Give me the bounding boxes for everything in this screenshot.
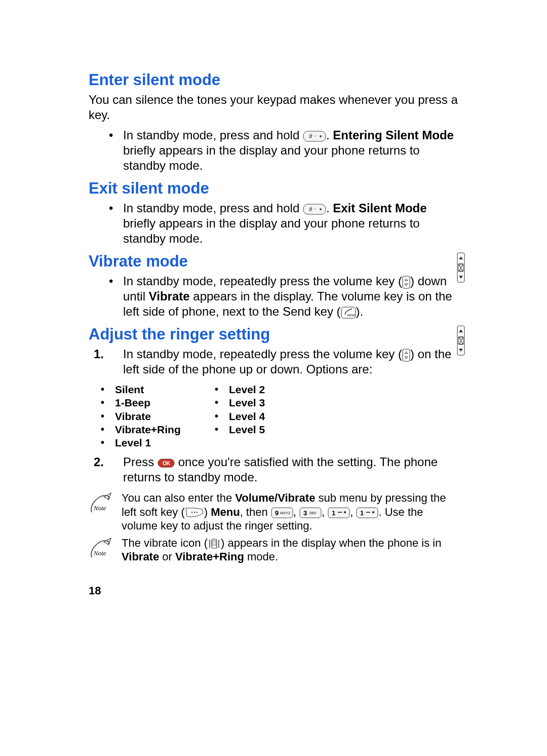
- text: .: [326, 201, 333, 215]
- text: or: [159, 550, 175, 563]
- key-3-icon: 3DEF: [299, 507, 322, 518]
- ringer-options: Silent1-BeepVibrateVibrate+RingLevel 1 L…: [94, 383, 461, 449]
- svg-text:3: 3: [303, 509, 307, 517]
- volume-key-small-icon: [402, 349, 410, 362]
- svg-rect-43: [344, 511, 346, 513]
- key-9-icon: 9WXYZ: [271, 507, 293, 518]
- svg-text:SEND: SEND: [347, 314, 356, 317]
- send-key-icon: SEND: [341, 307, 356, 319]
- text: briefly appears in the display and your …: [123, 143, 420, 172]
- text: ) appears in the display when the phone …: [221, 537, 441, 549]
- svg-text:#: #: [309, 133, 312, 140]
- note-icon: Note: [89, 492, 114, 514]
- svg-text:1: 1: [360, 509, 364, 517]
- svg-point-31: [191, 512, 192, 513]
- vibrate-bullet: In standby mode, repeatedly press the vo…: [109, 274, 461, 319]
- svg-text:Note: Note: [93, 504, 106, 512]
- text: ).: [356, 305, 364, 318]
- vibrate-ring-bold: Vibrate+Ring: [175, 550, 244, 563]
- note-2: Note The vibrate icon () appears in the …: [89, 536, 461, 564]
- enter-intro: You can silence the tones your keypad ma…: [89, 92, 461, 123]
- menu-bold: Menu: [211, 506, 240, 518]
- ringer-option: Level 1: [94, 436, 208, 449]
- text: , then: [240, 506, 271, 518]
- ringer-option: Silent: [94, 383, 208, 396]
- text: You can also enter the: [122, 492, 235, 504]
- ringer-option: Vibrate+Ring: [94, 423, 208, 436]
- page-number: 18: [89, 584, 461, 597]
- ringer-option: 1-Beep: [94, 396, 208, 409]
- vol-vibrate-bold: Volume/Vibrate: [235, 492, 315, 504]
- svg-point-33: [197, 512, 198, 513]
- vibrate-bold: Vibrate: [149, 289, 190, 303]
- adjust-step-2: 2. Press OK once you're satisfied with t…: [94, 455, 461, 485]
- text: ,: [322, 506, 328, 518]
- text: ,: [293, 506, 299, 518]
- text: The vibrate icon (: [122, 537, 208, 549]
- enter-bullet: In standby mode, press and hold #~. Ente…: [109, 128, 461, 173]
- svg-text:WXYZ: WXYZ: [280, 511, 291, 515]
- svg-rect-47: [372, 511, 374, 513]
- text: Press: [123, 455, 158, 469]
- heading-vibrate: Vibrate mode: [89, 252, 461, 271]
- ringer-option: Level 4: [208, 410, 309, 423]
- svg-rect-14: [403, 276, 410, 288]
- step-number: 1.: [94, 347, 104, 362]
- svg-text:~: ~: [314, 207, 316, 211]
- ringer-option: Level 5: [208, 423, 309, 436]
- heading-enter-silent: Enter silent mode: [89, 71, 461, 89]
- text: mode.: [244, 550, 278, 563]
- hash-key-icon: #~: [303, 131, 326, 142]
- text: In standby mode, repeatedly press the vo…: [123, 347, 402, 361]
- exit-silent-bold: Exit Silent Mode: [333, 201, 426, 215]
- vibrate-icon: [208, 538, 221, 550]
- text: In standby mode, press and hold: [123, 128, 303, 142]
- svg-text:#: #: [309, 206, 312, 213]
- note-icon: Note: [89, 537, 114, 559]
- heading-exit-silent: Exit silent mode: [89, 179, 461, 198]
- step-number: 2.: [94, 455, 104, 470]
- hash-key-icon: #~: [303, 204, 326, 215]
- adjust-step-1: 1. In standby mode, repeatedly press the…: [94, 347, 461, 377]
- svg-point-3: [320, 135, 322, 137]
- text: briefly appears in the display and your …: [123, 216, 420, 245]
- svg-text:9: 9: [275, 509, 279, 517]
- svg-rect-25: [403, 349, 410, 361]
- ringer-option: Level 3: [208, 396, 309, 409]
- ringer-option: Vibrate: [94, 410, 208, 423]
- text: ,: [350, 506, 356, 518]
- svg-text:~: ~: [314, 134, 316, 138]
- text: ): [204, 506, 211, 518]
- vibrate-bold: Vibrate: [122, 550, 159, 563]
- key-1-icon: 1: [328, 507, 350, 518]
- ok-key-icon: OK: [158, 459, 175, 468]
- svg-text:OK: OK: [163, 461, 171, 466]
- entering-silent-bold: Entering Silent Mode: [333, 128, 454, 142]
- svg-rect-46: [366, 512, 370, 513]
- svg-rect-52: [213, 541, 216, 545]
- ringer-option: Level 2: [208, 383, 309, 396]
- note-1: Note You can also enter the Volume/Vibra…: [89, 491, 461, 533]
- heading-adjust-ringer: Adjust the ringer setting: [89, 325, 461, 344]
- text: .: [326, 128, 333, 142]
- svg-point-32: [194, 512, 195, 513]
- exit-bullet: In standby mode, press and hold #~. Exit…: [109, 201, 461, 246]
- svg-text:1: 1: [332, 509, 335, 517]
- svg-point-7: [320, 208, 322, 210]
- volume-key-small-icon: [402, 276, 410, 289]
- svg-text:DEF: DEF: [309, 511, 317, 515]
- svg-text:Note: Note: [93, 549, 106, 557]
- key-1-icon: 1: [356, 507, 378, 518]
- text: In standby mode, press and hold: [123, 201, 303, 215]
- svg-rect-42: [338, 512, 342, 513]
- left-soft-key-icon: [185, 507, 204, 518]
- text: In standby mode, repeatedly press the vo…: [123, 274, 402, 288]
